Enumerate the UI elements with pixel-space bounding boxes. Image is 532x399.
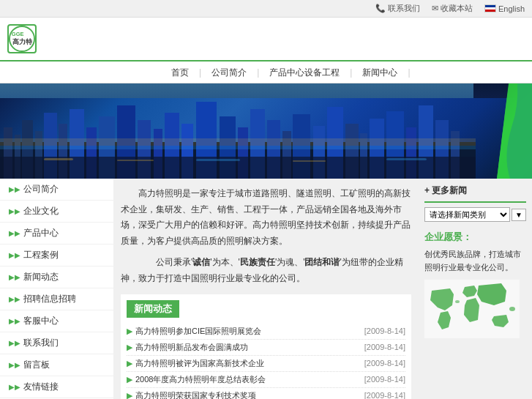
news-link-5[interactable]: 高力特照明荣获国家专利技术奖项	[135, 390, 359, 399]
logo-gge: GGE 高力特	[7, 24, 37, 53]
sidebar-item-contact[interactable]: ▶▶ 联系我们	[0, 332, 113, 354]
news-date-1: [2009-8-14]	[364, 327, 405, 335]
sidebar-item-message[interactable]: ▶▶ 留言板	[0, 354, 113, 376]
news-date-5: [2009-8-14]	[364, 391, 405, 399]
arrow-icon-2: ▶▶	[9, 207, 20, 215]
phone-icon: 📞	[375, 4, 386, 13]
sidebar-menu: ▶▶ 公司简介 ▶▶ 企业文化 ▶▶ 产品中心 ▶▶ 工程案例 ▶▶ 新闻动态 …	[0, 179, 113, 398]
english-link[interactable]: English	[484, 4, 525, 13]
more-news-text: + 更多新闻	[424, 185, 467, 195]
svg-rect-38	[44, 158, 73, 160]
more-news-label: + 更多新闻	[424, 184, 526, 197]
logo: GGE 高力特	[7, 24, 37, 53]
news-date-4: [2009-8-14]	[364, 375, 405, 384]
sidebar: ▶▶ 公司简介 ▶▶ 企业文化 ▶▶ 产品中心 ▶▶ 工程案例 ▶▶ 新闻动态 …	[0, 179, 113, 399]
arrow-icon-5: ▶▶	[9, 273, 20, 281]
hero-banner	[0, 83, 532, 179]
content-area: 高力特照明是一家专注于城市道路照明、隧道照明、工矿照明的高新技术企业，集研发、生…	[113, 179, 419, 399]
header: GGE 高力特	[0, 18, 532, 61]
favorite-label: 收藏本站	[441, 3, 473, 14]
contact-link[interactable]: 📞 联系我们	[375, 3, 420, 14]
hero-cityscape	[0, 98, 532, 179]
nav-sep-4: |	[408, 67, 410, 78]
news-category-dropdown[interactable]: 请选择新闻类别	[424, 207, 510, 222]
nav: 首页 | 公司简介 | 产品中心设备工程 | 新闻中心 |	[0, 61, 532, 83]
divider	[424, 201, 526, 203]
dropdown-wrap: 请选择新闻类别 ▼	[424, 207, 526, 222]
flag-icon	[484, 4, 496, 12]
sidebar-item-links[interactable]: ▶▶ 友情链接	[0, 376, 113, 398]
arrow-icon-4: ▶▶	[9, 251, 20, 259]
news-item-4: ▶ 2008年度高力特照明年度总结表彰会 [2009-8-14]	[127, 372, 405, 388]
top-bar: 📞 联系我们 ✉ 收藏本站 English	[0, 0, 532, 18]
arrow-icon-3: ▶▶	[9, 229, 20, 237]
sidebar-item-news[interactable]: ▶▶ 新闻动态	[0, 266, 113, 288]
svg-rect-42	[386, 158, 427, 160]
nav-products[interactable]: 产品中心设备工程	[259, 61, 350, 83]
bullet-1: ▶	[127, 327, 132, 336]
sidebar-item-cases[interactable]: ▶▶ 工程案例	[0, 245, 113, 266]
bullet-2: ▶	[127, 343, 132, 352]
intro-text: 高力特照明是一家专注于城市道路照明、隧道照明、工矿照明的高新技术企业，集研发、生…	[121, 186, 411, 287]
arrow-icon-10: ▶▶	[9, 383, 20, 391]
svg-rect-39	[117, 160, 154, 161]
motto-title: 企业愿景：	[424, 231, 526, 244]
arrow-icon-6: ▶▶	[9, 295, 20, 303]
news-item-1: ▶ 高力特照明参加CIE国际照明展览会 [2009-8-14]	[127, 324, 405, 340]
intro-para-1: 高力特照明是一家专注于城市道路照明、隧道照明、工矿照明的高新技术企业，集研发、生…	[121, 186, 411, 249]
main-layout: ▶▶ 公司简介 ▶▶ 企业文化 ▶▶ 产品中心 ▶▶ 工程案例 ▶▶ 新闻动态 …	[0, 179, 532, 399]
arrow-icon-1: ▶▶	[9, 185, 20, 193]
svg-rect-35	[0, 138, 476, 146]
dropdown-button[interactable]: ▼	[512, 209, 526, 221]
company-motto: 企业愿景： 创优秀民族品牌，打造城市照明行业最专业化公司。	[424, 231, 526, 338]
intro-para-2: 公司秉承'诚信'为本、'民族责任'为魂、'团结和谐'为纽带的企业精神，致力于打造…	[121, 255, 411, 286]
news-link-2[interactable]: 高力特照明新品发布会圆满成功	[135, 342, 359, 353]
svg-rect-41	[293, 160, 326, 162]
news-item-2: ▶ 高力特照明新品发布会圆满成功 [2009-8-14]	[127, 340, 405, 356]
nav-home[interactable]: 首页	[161, 61, 199, 83]
sidebar-item-products[interactable]: ▶▶ 产品中心	[0, 223, 113, 245]
sidebar-item-recruit[interactable]: ▶▶ 招聘信息招聘	[0, 288, 113, 310]
favorite-link[interactable]: ✉ 收藏本站	[432, 3, 473, 14]
sidebar-item-culture[interactable]: ▶▶ 企业文化	[0, 201, 113, 223]
news-link-4[interactable]: 2008年度高力特照明年度总结表彰会	[135, 374, 359, 385]
bullet-3: ▶	[127, 359, 132, 368]
world-map-svg	[424, 280, 520, 338]
news-section-title: 新闻动态	[127, 300, 179, 318]
news-link-3[interactable]: 高力特照明被评为国家高新技术企业	[135, 358, 359, 369]
news-section: 新闻动态 ▶ 高力特照明参加CIE国际照明展览会 [2009-8-14] ▶ 高…	[121, 294, 411, 399]
sidebar-item-about[interactable]: ▶▶ 公司简介	[0, 179, 113, 201]
svg-text:高力特: 高力特	[12, 37, 33, 45]
svg-rect-36	[0, 146, 476, 149]
svg-point-44	[509, 307, 515, 311]
motto-text: 创优秀民族品牌，打造城市照明行业最专业化公司。	[424, 248, 526, 274]
news-item-3: ▶ 高力特照明被评为国家高新技术企业 [2009-8-14]	[127, 356, 405, 372]
svg-text:GGE: GGE	[12, 31, 24, 37]
right-panel: + 更多新闻 请选择新闻类别 ▼ 企业愿景： 创优秀民族品牌，打造城市照明行业最…	[419, 179, 532, 399]
world-map	[424, 280, 520, 338]
nav-news[interactable]: 新闻中心	[352, 61, 408, 83]
svg-rect-40	[196, 159, 240, 161]
nav-about[interactable]: 公司简介	[201, 61, 257, 83]
star-icon: ✉	[432, 4, 438, 13]
news-date-2: [2009-8-14]	[364, 343, 405, 351]
bullet-4: ▶	[127, 375, 132, 384]
news-item-5: ▶ 高力特照明荣获国家专利技术奖项 [2009-8-14]	[127, 388, 405, 399]
lang-label: English	[498, 4, 525, 13]
bullet-5: ▶	[127, 391, 132, 399]
svg-point-45	[455, 300, 460, 303]
arrow-icon-8: ▶▶	[9, 339, 20, 347]
arrow-icon-9: ▶▶	[9, 361, 20, 369]
sidebar-item-service[interactable]: ▶▶ 客服中心	[0, 310, 113, 332]
news-date-3: [2009-8-14]	[364, 359, 405, 368]
news-link-1[interactable]: 高力特照明参加CIE国际照明展览会	[135, 326, 359, 337]
arrow-icon-7: ▶▶	[9, 317, 20, 325]
contact-label: 联系我们	[388, 3, 420, 14]
